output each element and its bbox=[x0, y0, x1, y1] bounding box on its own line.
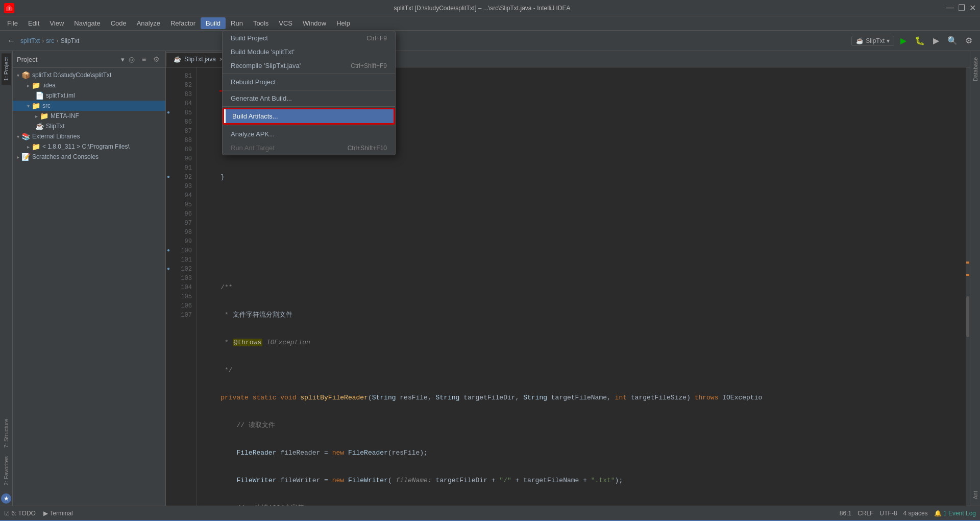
menu-tools[interactable]: Tools bbox=[248, 17, 274, 29]
left-tab-project[interactable]: 1: Project bbox=[2, 53, 11, 85]
code-line-96: // 一次读1024个字符 bbox=[205, 504, 958, 506]
run-button[interactable]: ▶ bbox=[896, 34, 911, 48]
dropdown-label-analyze-apk: Analyze APK... bbox=[231, 130, 275, 138]
line-96: 96 bbox=[166, 209, 196, 219]
dropdown-item-analyze-apk[interactable]: Analyze APK... bbox=[223, 127, 395, 141]
bottom-bar: ☑ 6: TODO ▶ Terminal 86:1 CRLF UTF-8 4 s… bbox=[0, 506, 980, 520]
menu-file[interactable]: File bbox=[2, 17, 23, 29]
tree-label-scratches: Scratches and Consoles bbox=[32, 153, 99, 160]
left-tab-structure[interactable]: 7: Structure bbox=[2, 415, 11, 452]
line-91: 91 bbox=[166, 163, 196, 173]
menu-build[interactable]: Build bbox=[201, 17, 226, 29]
tree-label-jdk: < 1.8.0_311 > C:\Program Files\ bbox=[42, 143, 130, 150]
menu-code[interactable]: Code bbox=[106, 17, 132, 29]
run-config-label: SlipTxt bbox=[866, 37, 885, 44]
code-line-89: * 文件字符流分割文件 bbox=[205, 311, 958, 320]
code-line-86 bbox=[205, 228, 958, 237]
line-83: 83 bbox=[166, 90, 196, 99]
dropdown-item-rebuild[interactable]: Rebuild Project bbox=[223, 75, 395, 89]
menu-navigate[interactable]: Navigate bbox=[69, 17, 105, 29]
tree-item-idea[interactable]: ▸ 📁 .idea bbox=[13, 80, 165, 90]
breadcrumb-project[interactable]: splitTxt bbox=[20, 37, 40, 44]
window-title: splitTxt [D:\studyCode\splitTxt] – ...\s… bbox=[18, 5, 946, 12]
debug-button[interactable]: 🐛 bbox=[913, 34, 927, 48]
line-95: 95 bbox=[166, 200, 196, 209]
dropdown-item-generate-ant[interactable]: Generate Ant Build... bbox=[223, 91, 395, 105]
menu-window[interactable]: Window bbox=[298, 17, 331, 29]
close-button[interactable]: ✕ bbox=[969, 3, 976, 13]
code-line-85 bbox=[205, 200, 958, 209]
menu-bar: File Edit View Navigate Code Analyze Ref… bbox=[0, 16, 980, 31]
line-85: ●85 bbox=[166, 108, 196, 117]
editor-tab-sliptxt[interactable]: ☕ SlipTxt.java ✕ bbox=[166, 52, 231, 67]
line-92: ●92 bbox=[166, 173, 196, 182]
dropdown-item-build-artifacts[interactable]: Build Artifacts... bbox=[223, 108, 395, 125]
tree-label-idea: .idea bbox=[42, 82, 56, 89]
tree-label-iml: splitTxt.iml bbox=[46, 92, 75, 99]
line-98: 98 bbox=[166, 228, 196, 237]
line-97: 97 bbox=[166, 219, 196, 228]
tree-item-external-libs[interactable]: ▾ 📚 External Libraries bbox=[13, 131, 165, 141]
dropdown-item-build-project[interactable]: Build Project Ctrl+F9 bbox=[223, 31, 395, 45]
line-104: 104 bbox=[166, 283, 196, 292]
coverage-button[interactable]: ▶ bbox=[929, 34, 943, 48]
tree-item-meta-inf[interactable]: ▸ 📁 META-INF bbox=[13, 111, 165, 121]
maximize-button[interactable]: ❐ bbox=[958, 3, 965, 13]
terminal-tab[interactable]: ▶ Terminal bbox=[43, 510, 72, 517]
right-tab-database[interactable]: Database bbox=[971, 55, 979, 83]
menu-refactor[interactable]: Refactor bbox=[165, 17, 201, 29]
event-log[interactable]: 🔔 1 Event Log bbox=[934, 510, 976, 517]
todo-tab[interactable]: ☑ 6: TODO bbox=[4, 510, 36, 517]
dropdown-label-generate-ant: Generate Ant Build... bbox=[231, 94, 292, 102]
run-config-selector[interactable]: ☕ SlipTxt ▾ bbox=[851, 36, 894, 46]
menu-run[interactable]: Run bbox=[226, 17, 248, 29]
tree-item-scratches[interactable]: ▸ 📝 Scratches and Consoles bbox=[13, 152, 165, 162]
code-line-87 bbox=[205, 255, 958, 265]
locate-file-button[interactable]: ◎ bbox=[127, 54, 137, 64]
back-button[interactable]: ← bbox=[4, 34, 18, 48]
tab-label: SlipTxt.java bbox=[184, 56, 216, 63]
sidebar-title: Project bbox=[17, 56, 119, 63]
window-controls: — ❐ ✕ bbox=[946, 3, 976, 13]
encoding: UTF-8 bbox=[880, 510, 897, 517]
menu-help[interactable]: Help bbox=[331, 17, 355, 29]
code-line-88: /** bbox=[205, 283, 958, 292]
line-107: 107 bbox=[166, 311, 196, 320]
menu-analyze[interactable]: Analyze bbox=[132, 17, 165, 29]
menu-vcs[interactable]: VCS bbox=[274, 17, 298, 29]
dropdown-item-build-module[interactable]: Build Module 'splitTxt' bbox=[223, 45, 395, 59]
settings-button[interactable]: ⚙ bbox=[962, 34, 976, 48]
search-everywhere-button[interactable]: 🔍 bbox=[945, 34, 960, 48]
line-100: ●100 bbox=[166, 246, 196, 255]
tree-item-sliptxt[interactable]: ☕ SlipTxt bbox=[13, 121, 165, 131]
tree-label-sliptxt: SlipTxt bbox=[46, 123, 65, 130]
gear-icon[interactable]: ⚙ bbox=[151, 54, 161, 64]
build-dropdown-menu: Build Project Ctrl+F9 Build Module 'spli… bbox=[222, 31, 396, 155]
tree-label-meta-inf: META-INF bbox=[51, 112, 79, 120]
tree-item-src[interactable]: ▾ 📁 src bbox=[13, 101, 165, 111]
app-icon: I bbox=[4, 3, 14, 13]
shortcut-recompile: Ctrl+Shift+F9 bbox=[351, 62, 387, 69]
left-tab-favorites[interactable]: 2: Favorites bbox=[2, 452, 11, 489]
minimize-button[interactable]: — bbox=[946, 3, 954, 13]
tree-item-splitTxt-root[interactable]: ▾ 📦 splitTxt D:\studyCode\splitTxt bbox=[13, 70, 165, 80]
line-99: 99 bbox=[166, 237, 196, 246]
tree-item-iml[interactable]: 📄 splitTxt.iml bbox=[13, 90, 165, 101]
line-93: 93 bbox=[166, 182, 196, 191]
line-103: 103 bbox=[166, 274, 196, 283]
editor-scrollbar[interactable] bbox=[966, 67, 970, 506]
project-tree: ▾ 📦 splitTxt D:\studyCode\splitTxt ▸ 📁 .… bbox=[13, 68, 165, 506]
breadcrumb-src[interactable]: src bbox=[46, 37, 54, 44]
menu-view[interactable]: View bbox=[44, 17, 69, 29]
tree-item-jdk[interactable]: ▸ 📁 < 1.8.0_311 > C:\Program Files\ bbox=[13, 141, 165, 152]
tree-label-external: External Libraries bbox=[32, 133, 80, 140]
dropdown-item-recompile[interactable]: Recompile 'SlipTxt.java' Ctrl+Shift+F9 bbox=[223, 59, 395, 73]
breadcrumb-file[interactable]: SlipTxt bbox=[61, 37, 80, 44]
favorites-star[interactable]: ★ bbox=[1, 493, 11, 504]
menu-edit[interactable]: Edit bbox=[23, 17, 44, 29]
line-81: 81 bbox=[166, 72, 196, 81]
line-90: 90 bbox=[166, 154, 196, 163]
expand-all-button[interactable]: ≡ bbox=[139, 54, 149, 64]
shortcut-build-project: Ctrl+F9 bbox=[366, 35, 387, 42]
right-tab-ant[interactable]: Ant bbox=[971, 489, 979, 502]
